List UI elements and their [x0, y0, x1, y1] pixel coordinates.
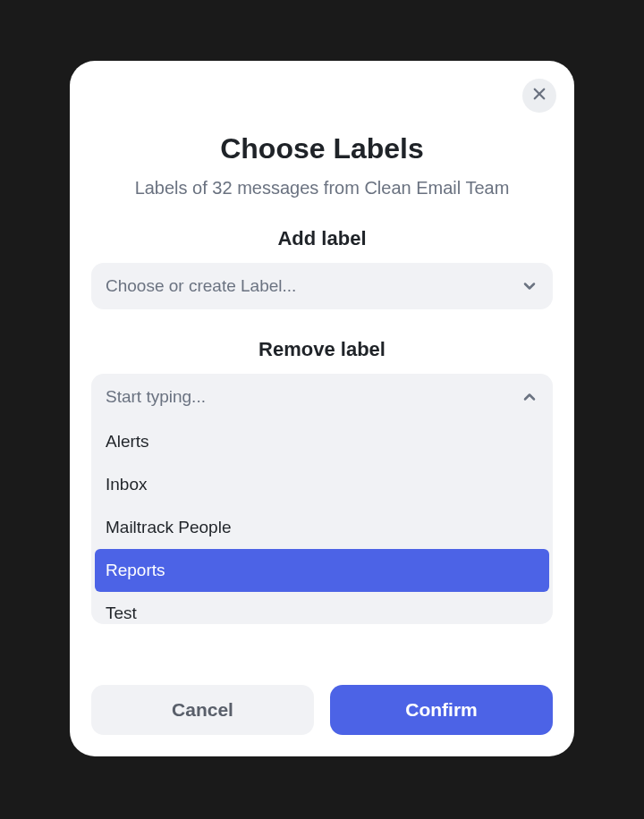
add-label-select[interactable]: Choose or create Label...: [91, 263, 553, 309]
modal-subtitle: Labels of 32 messages from Clean Email T…: [91, 178, 553, 198]
chevron-down-icon: [521, 277, 538, 295]
remove-option-inbox[interactable]: Inbox: [91, 463, 553, 506]
remove-label-combobox: Alerts Inbox Mailtrack People Reports Te…: [91, 374, 553, 624]
add-label-placeholder: Choose or create Label...: [106, 276, 296, 296]
close-button[interactable]: [522, 79, 556, 113]
remove-label-input-row: [91, 374, 553, 420]
cancel-button[interactable]: Cancel: [91, 685, 314, 735]
confirm-button[interactable]: Confirm: [330, 685, 553, 735]
add-label-heading: Add label: [91, 227, 553, 250]
remove-option-reports[interactable]: Reports: [95, 549, 549, 592]
remove-label-heading: Remove label: [91, 338, 553, 361]
chevron-up-icon: [521, 388, 538, 406]
remove-option-alerts[interactable]: Alerts: [91, 420, 553, 463]
remove-option-mailtrack-people[interactable]: Mailtrack People: [91, 506, 553, 549]
modal-footer-buttons: Cancel Confirm: [91, 667, 553, 735]
modal-title: Choose Labels: [91, 132, 553, 165]
remove-label-input[interactable]: [106, 387, 521, 407]
close-icon: [531, 86, 547, 106]
choose-labels-modal: Choose Labels Labels of 32 messages from…: [70, 61, 574, 756]
remove-option-test[interactable]: Test: [91, 592, 553, 624]
